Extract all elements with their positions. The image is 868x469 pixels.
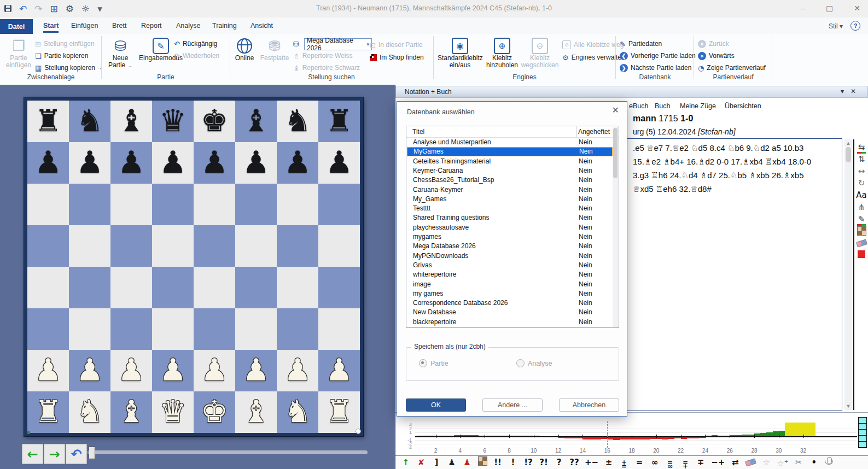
board-square[interactable]	[69, 184, 110, 225]
board-square[interactable]: ♟	[110, 142, 152, 184]
remove-all-kibitzers-button[interactable]: ⊘ Alle Kiebitze weg	[562, 39, 624, 50]
notation-line[interactable]: 15.♗e2 ♗b4+ 16.♗d2 0-0 17.♗xb4 ♖xb4 18.0…	[633, 157, 835, 167]
search-online-button[interactable]: Online	[232, 37, 257, 62]
db-row[interactable]: Caruana-KeymerNein	[407, 185, 613, 195]
board-square[interactable]: ♟	[27, 142, 69, 184]
board-square[interactable]	[69, 308, 110, 350]
board-square[interactable]	[318, 184, 360, 225]
board-square[interactable]: ♚	[194, 101, 235, 142]
notation-line[interactable]: 3.g3 ♖h6 24.♘d4 ♗d7 25.♘b5 ♗xb5 26.♗xb5	[633, 171, 835, 180]
board-square[interactable]: ♟	[194, 142, 235, 184]
eraser-icon[interactable]	[855, 238, 867, 249]
chess-piece[interactable]: ♞	[69, 391, 110, 433]
game-progress-slider-handle[interactable]	[89, 447, 95, 459]
white-slightly-better-icon[interactable]: +=	[619, 456, 629, 469]
chess-piece[interactable]: ♝	[110, 101, 152, 142]
board-square[interactable]	[69, 267, 110, 308]
chess-piece[interactable]: ♝	[235, 101, 277, 142]
board-square[interactable]	[152, 308, 194, 350]
board-square[interactable]	[277, 184, 318, 225]
previous-move-button[interactable]: ←	[22, 444, 43, 464]
ok-button[interactable]: OK	[406, 398, 466, 412]
tab-livebuch[interactable]: eBuch	[629, 102, 648, 110]
rotate-icon[interactable]: ↻	[855, 178, 867, 189]
game-data-button[interactable]: ✎ Partiedaten	[620, 38, 662, 49]
chess-piece[interactable]: ♜	[318, 391, 360, 433]
board-square[interactable]: ♟	[110, 350, 152, 391]
tab-report[interactable]: Report	[141, 22, 162, 30]
next-move-button[interactable]: →	[44, 444, 65, 464]
eval-bar[interactable]	[797, 423, 803, 436]
pen-icon[interactable]: ✎	[855, 214, 867, 225]
scrollbar-thumb[interactable]	[846, 147, 851, 162]
board-square[interactable]	[27, 308, 69, 350]
board-square[interactable]: ♜	[27, 101, 69, 142]
font-size-icon[interactable]: Aa	[855, 190, 867, 201]
board-square[interactable]	[235, 225, 277, 267]
ideas-icon[interactable]: ☼	[81, 3, 90, 15]
chess-piece[interactable]: ♟	[27, 350, 69, 391]
db-row[interactable]: Analyse und MusterpartienNein	[407, 138, 613, 147]
gray-arrows-icon[interactable]: ↔	[855, 166, 867, 177]
twirl-arrows-icon[interactable]: ⇅	[855, 154, 867, 165]
star-icon[interactable]: ☆	[761, 457, 771, 468]
board-square[interactable]	[152, 267, 194, 308]
notation-scrollbar[interactable]: ▲ ▼	[844, 139, 852, 410]
game-progress-slider[interactable]	[88, 450, 368, 454]
board-square[interactable]: ♟	[235, 142, 277, 184]
db-row[interactable]: mygamesNein	[407, 232, 613, 242]
chess-piece[interactable]: ♟	[277, 350, 318, 391]
chess-piece[interactable]: ♟	[110, 142, 152, 184]
radio-analyse[interactable]: Analyse	[516, 359, 552, 367]
eraser-icon[interactable]	[745, 457, 756, 468]
board-square[interactable]: ♟	[277, 350, 318, 391]
board-square[interactable]: ♝	[110, 391, 152, 433]
eval-bar[interactable]	[773, 431, 779, 436]
delete-icon[interactable]: ✘	[416, 457, 426, 468]
microphone-icon[interactable]	[824, 457, 834, 468]
minimize-button[interactable]: –	[797, 4, 808, 13]
tab-buch[interactable]: Buch	[655, 102, 671, 110]
bracket-icon[interactable]: ]	[432, 457, 441, 468]
tab-brett[interactable]: Brett	[112, 22, 126, 30]
board-square[interactable]: ♟	[318, 350, 360, 391]
chess-piece[interactable]: ♜	[27, 101, 69, 142]
search-disk-button[interactable]: ⛃ Festplatte	[258, 37, 291, 62]
dubious-move-icon[interactable]: ?!	[539, 457, 549, 468]
chess-piece[interactable]: ♞	[277, 101, 318, 142]
board-square[interactable]: ♟	[152, 142, 194, 184]
board-square[interactable]	[152, 225, 194, 267]
copy-game-button[interactable]: ❏ Partie kopieren	[35, 50, 88, 61]
board-square[interactable]	[194, 184, 235, 225]
board-square[interactable]	[27, 225, 69, 267]
maximize-button[interactable]: ▢	[823, 4, 836, 13]
counterplay-icon[interactable]: ⇄	[730, 457, 740, 468]
board-square[interactable]	[152, 184, 194, 225]
variation-tree-icon[interactable]: ⋔	[855, 202, 867, 213]
board-square[interactable]	[277, 267, 318, 308]
scroll-up-icon[interactable]: ▲	[844, 139, 852, 147]
chess-piece[interactable]: ♛	[152, 391, 194, 433]
board-square[interactable]	[110, 184, 152, 225]
notation-panel-header[interactable]: Notation + Buch	[395, 86, 868, 98]
list-scrollbar[interactable]	[613, 127, 618, 327]
chess-piece[interactable]: ♟	[110, 350, 152, 391]
db-row[interactable]: TesttttNein	[407, 204, 613, 213]
db-row[interactable]: Keymer-CaruanaNein	[407, 166, 613, 175]
black-better-icon[interactable]: ∓	[696, 457, 706, 468]
blunder-icon[interactable]: ??	[569, 457, 579, 468]
scissors-icon[interactable]: ✂	[794, 457, 803, 468]
board-resize-handle[interactable]	[356, 429, 361, 434]
chess-piece[interactable]: ♟	[27, 142, 69, 184]
board-square[interactable]	[194, 267, 235, 308]
db-row[interactable]: My_GamesNein	[407, 195, 613, 204]
scroll-down-icon[interactable]: ▼	[844, 402, 852, 410]
dialog-close-icon[interactable]: ✕	[612, 105, 619, 115]
red-square-icon[interactable]	[855, 250, 867, 261]
db-row[interactable]: New DatabaseNein	[407, 308, 613, 317]
board-square[interactable]: ♟	[152, 350, 194, 391]
chess-piece[interactable]: ♚	[194, 101, 235, 142]
white-better-icon[interactable]: ±	[604, 457, 614, 468]
eval-bar[interactable]	[766, 432, 772, 436]
help-icon[interactable]: ?	[850, 21, 860, 31]
